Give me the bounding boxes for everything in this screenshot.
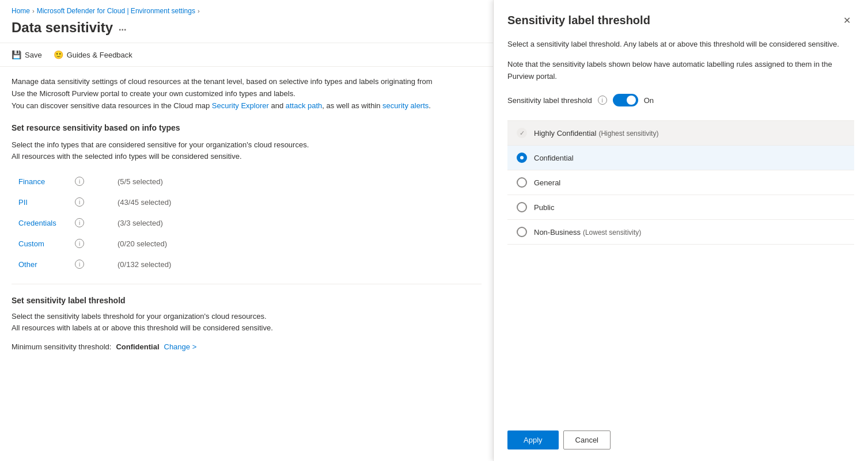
- info-count-finance: (5/5 selected): [117, 177, 163, 186]
- radio-checked-icon: [517, 153, 527, 163]
- toggle-label: Sensitivity label threshold: [507, 96, 592, 105]
- info-icon-custom[interactable]: i: [75, 239, 84, 248]
- info-icon-other[interactable]: i: [75, 260, 84, 269]
- threshold-section-title: Set sensitivity label threshold: [12, 296, 482, 305]
- threshold-desc: Select the sensitivity labels threshold …: [12, 311, 482, 333]
- toggle-state-label: On: [644, 96, 654, 105]
- right-panel: Sensitivity label threshold ✕ Select a s…: [494, 0, 868, 461]
- toggle-switch[interactable]: [613, 94, 638, 106]
- threshold-desc2: All resources with labels at or above th…: [12, 323, 273, 332]
- list-item[interactable]: Confidential: [507, 146, 854, 170]
- info-icon-pii[interactable]: i: [75, 197, 84, 207]
- threshold-value: Confidential: [116, 342, 159, 351]
- info-icon-credentials[interactable]: i: [75, 218, 84, 227]
- threshold-prefix: Minimum sensitivity threshold:: [12, 342, 111, 351]
- threshold-change-link[interactable]: Change >: [164, 342, 197, 351]
- attack-path-link[interactable]: attack path: [286, 101, 323, 110]
- label-name: General: [534, 178, 563, 187]
- list-item: PII i (43/45 selected): [12, 192, 482, 212]
- desc-line3-prefix: You can discover sensitive data resource…: [12, 101, 212, 110]
- apply-button[interactable]: Apply: [507, 430, 559, 449]
- save-label: Save: [25, 51, 42, 59]
- content-area: Manage data sensitivity settings of clou…: [0, 67, 493, 360]
- desc-line2: Use the Microsoft Purview portal to crea…: [12, 89, 295, 98]
- breadcrumb-defender[interactable]: Microsoft Defender for Cloud | Environme…: [37, 7, 195, 15]
- panel-footer: Apply Cancel: [507, 421, 854, 461]
- desc-and: and: [269, 101, 286, 110]
- info-count-pii: (43/45 selected): [117, 198, 171, 207]
- list-item[interactable]: Non-Business(Lowest sensitivity): [507, 220, 854, 245]
- list-item[interactable]: ✓ Highly Confidential(Highest sensitivit…: [507, 121, 854, 146]
- info-type-credentials[interactable]: Credentials: [18, 219, 70, 227]
- desc-suffix: , as well as within: [322, 101, 382, 110]
- panel-description: Select a sensitivity label threshold. An…: [507, 39, 854, 51]
- toolbar: 💾 Save 🙂 Guides & Feedback: [0, 43, 493, 67]
- threshold-desc1: Select the sensitivity labels threshold …: [12, 312, 267, 321]
- guides-icon: 🙂: [54, 50, 63, 59]
- toggle-track: [613, 94, 638, 106]
- radio-icon: [517, 177, 527, 188]
- info-icon-finance[interactable]: i: [75, 177, 84, 186]
- info-count-other: (0/132 selected): [117, 260, 171, 269]
- toggle-row: Sensitivity label threshold i On: [507, 94, 854, 106]
- radio-icon: [517, 227, 527, 237]
- info-types-list: Finance i (5/5 selected) PII i (43/45 se…: [12, 171, 482, 275]
- radio-icon: [517, 202, 527, 212]
- info-count-custom: (0/20 selected): [117, 239, 167, 248]
- guides-feedback-button[interactable]: 🙂 Guides & Feedback: [54, 48, 132, 62]
- security-alerts-link[interactable]: security alerts: [382, 101, 429, 110]
- desc-end: .: [429, 101, 431, 110]
- labels-list: ✓ Highly Confidential(Highest sensitivit…: [507, 120, 854, 421]
- label-name: Highly Confidential(Highest sensitivity): [534, 129, 658, 138]
- breadcrumb-sep1: ›: [32, 7, 35, 14]
- desc-line1: Manage data sensitivity settings of clou…: [12, 77, 433, 86]
- breadcrumb-sep2: ›: [198, 7, 200, 14]
- info-type-pii[interactable]: PII: [18, 198, 70, 207]
- cancel-button[interactable]: Cancel: [563, 430, 611, 449]
- panel-note: Note that the sensitivity labels shown b…: [507, 59, 854, 83]
- info-types-desc1: Select the info types that are considere…: [12, 140, 309, 149]
- info-count-credentials: (3/3 selected): [117, 219, 163, 227]
- section-divider: [12, 284, 482, 284]
- threshold-section: Set sensitivity label threshold Select t…: [12, 294, 482, 351]
- save-button[interactable]: 💾 Save: [12, 48, 42, 62]
- list-item: Finance i (5/5 selected): [12, 171, 482, 192]
- info-type-finance[interactable]: Finance: [18, 177, 70, 186]
- info-types-desc2: All resources with the selected info typ…: [12, 152, 242, 161]
- threshold-row: Minimum sensitivity threshold: Confident…: [12, 342, 482, 351]
- breadcrumb: Home › Microsoft Defender for Cloud | En…: [0, 0, 493, 20]
- label-name: Public: [534, 203, 556, 212]
- label-name: Non-Business(Lowest sensitivity): [534, 228, 641, 237]
- panel-title: Sensitivity label threshold: [507, 14, 650, 27]
- checkmark-icon: ✓: [517, 128, 527, 138]
- info-types-desc: Select the info types that are considere…: [12, 139, 482, 162]
- info-type-other[interactable]: Other: [18, 260, 70, 269]
- label-name: Confidential: [534, 154, 576, 162]
- list-item: Custom i (0/20 selected): [12, 233, 482, 254]
- guides-label: Guides & Feedback: [67, 51, 132, 59]
- breadcrumb-home[interactable]: Home: [12, 7, 30, 15]
- list-item: Other i (0/132 selected): [12, 254, 482, 275]
- info-types-section-title: Set resource sensitivity based on info t…: [12, 123, 482, 132]
- page-title: Data sensitivity: [12, 20, 113, 36]
- panel-header: Sensitivity label threshold ✕: [507, 14, 854, 27]
- page-more-options[interactable]: ...: [119, 22, 126, 33]
- list-item: Credentials i (3/3 selected): [12, 212, 482, 233]
- list-item[interactable]: Public: [507, 195, 854, 220]
- toggle-thumb: [627, 96, 636, 105]
- save-icon: 💾: [12, 50, 21, 59]
- page-title-container: Data sensitivity ...: [0, 20, 493, 43]
- security-explorer-link[interactable]: Security Explorer: [212, 101, 269, 110]
- left-panel: Home › Microsoft Defender for Cloud | En…: [0, 0, 494, 461]
- info-type-custom[interactable]: Custom: [18, 239, 70, 248]
- main-description: Manage data sensitivity settings of clou…: [12, 76, 482, 112]
- toggle-info-icon[interactable]: i: [598, 96, 607, 105]
- list-item[interactable]: General: [507, 170, 854, 195]
- close-button[interactable]: ✕: [840, 14, 854, 27]
